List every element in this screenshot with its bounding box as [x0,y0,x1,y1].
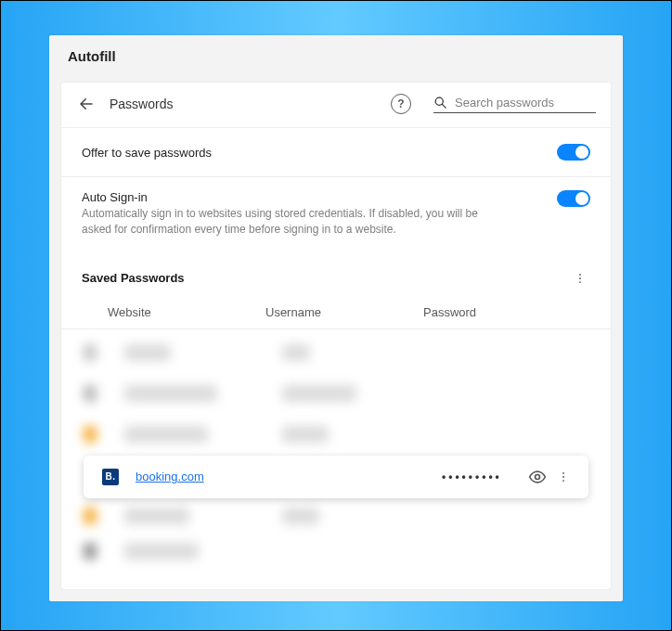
offer-save-label: Offer to save passwords [82,146,557,160]
svg-point-7 [562,476,564,478]
reveal-password-button[interactable] [527,467,548,487]
col-password: Password [423,305,590,319]
page-title: Passwords [110,97,173,111]
arrow-left-icon [78,96,95,112]
entry-menu-button[interactable] [553,467,574,487]
site-favicon: B. [102,469,119,485]
search-input[interactable] [453,95,596,110]
question-mark-icon: ? [397,97,404,110]
auto-signin-label: Auto Sign-in [82,190,557,204]
search-icon [433,96,447,109]
svg-point-5 [536,474,540,479]
svg-line-1 [442,104,446,108]
more-vertical-icon [574,272,587,285]
help-button[interactable]: ? [391,94,411,114]
auto-signin-row: Auto Sign-in Automatically sign in to we… [61,177,611,251]
col-username: Username [265,305,423,319]
entry-password-masked: ••••••••• [442,470,527,483]
back-button[interactable] [76,94,97,114]
auto-signin-toggle[interactable] [557,190,590,207]
eye-icon [528,468,547,486]
saved-passwords-header: Saved Passwords [61,251,611,296]
search-wrap [433,95,596,113]
panel-title: Autofill [49,35,623,73]
svg-point-2 [579,274,581,276]
table-header: Website Username Password [61,296,611,329]
card-header: Passwords ? [61,83,611,127]
offer-save-toggle[interactable] [557,144,590,161]
svg-point-8 [562,480,564,482]
blurred-password-list: B. booking.com ••••••••• [61,329,611,552]
auto-signin-description: Automatically sign in to websites using … [82,206,509,238]
svg-point-4 [579,281,581,283]
site-link[interactable]: booking.com [136,470,284,483]
col-website: Website [108,305,265,319]
more-vertical-icon [557,470,570,483]
svg-point-6 [562,472,564,474]
autofill-panel: Autofill Passwords ? Offer to save passw… [49,35,623,601]
password-entry-row[interactable]: B. booking.com ••••••••• [84,456,588,498]
passwords-card: Passwords ? Offer to save passwords Auto… [60,82,612,590]
offer-save-row: Offer to save passwords [61,128,611,176]
saved-passwords-title: Saved Passwords [82,271,570,285]
saved-passwords-menu-button[interactable] [570,268,590,289]
svg-point-3 [579,277,581,279]
